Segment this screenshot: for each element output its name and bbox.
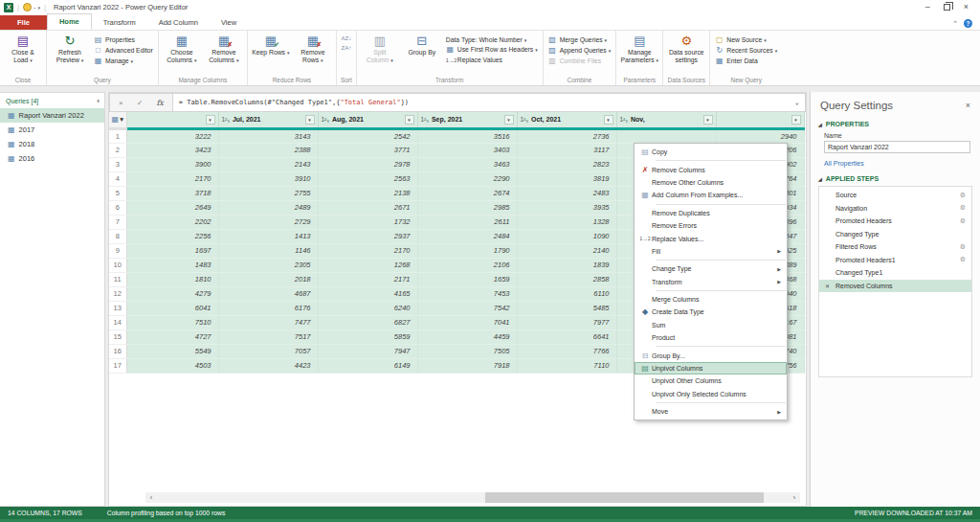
menu-item-copy[interactable]: ▤Copy xyxy=(635,146,787,158)
table-cell[interactable]: 2170 xyxy=(318,243,417,258)
combine-files-button[interactable]: ▥ Combine Files xyxy=(546,56,613,66)
table-cell[interactable]: 2563 xyxy=(318,171,417,186)
close-settings-icon[interactable]: × xyxy=(966,101,970,110)
tab-add-column[interactable]: Add Column xyxy=(147,15,210,30)
table-cell[interactable]: 7041 xyxy=(417,315,517,329)
applied-steps-section-header[interactable]: ◢ APPLIED STEPS xyxy=(811,171,980,184)
column-header[interactable]: 1²₃Jul, 2021▼ xyxy=(218,112,318,128)
table-cell[interactable]: 2143 xyxy=(218,157,318,171)
table-cell[interactable]: 2611 xyxy=(417,215,517,229)
query-list-item[interactable]: ▦2018 xyxy=(0,137,104,151)
table-cell[interactable]: 1697 xyxy=(126,243,218,258)
table-cell[interactable]: 3423 xyxy=(126,143,218,157)
table-cell[interactable]: 7057 xyxy=(218,344,318,358)
table-cell[interactable]: 2937 xyxy=(318,229,417,243)
table-cell[interactable]: 7918 xyxy=(417,358,517,373)
menu-item-transform[interactable]: Transform▶ xyxy=(635,276,787,288)
table-cell[interactable]: 7505 xyxy=(417,344,517,358)
table-cell[interactable]: 4459 xyxy=(417,329,517,344)
applied-step[interactable]: Changed Type1 xyxy=(819,266,971,280)
menu-item-add-column-from-examples[interactable]: ▦Add Column From Examples... xyxy=(635,189,787,201)
table-cell[interactable]: 1413 xyxy=(218,229,318,243)
table-cell[interactable]: 3819 xyxy=(517,171,616,186)
table-cell[interactable]: 2483 xyxy=(517,186,616,200)
table-cell[interactable]: 3143 xyxy=(218,128,318,143)
column-header[interactable]: 1²₃Sep, 2021▼ xyxy=(417,112,517,128)
table-cell[interactable]: 7477 xyxy=(218,315,318,329)
scrollbar-track[interactable] xyxy=(157,492,789,503)
horizontal-scrollbar[interactable]: ‹ › xyxy=(145,492,800,503)
table-cell[interactable]: 1790 xyxy=(417,243,517,258)
row-number[interactable]: 10 xyxy=(109,258,126,272)
menu-item-fill[interactable]: Fill▶ xyxy=(635,245,787,258)
applied-step[interactable]: ✕Removed Columns xyxy=(819,280,971,293)
table-cell[interactable]: 2736 xyxy=(517,128,616,143)
table-cell[interactable]: 5549 xyxy=(126,344,218,358)
menu-item-remove-duplicates[interactable]: Remove Duplicates xyxy=(635,207,787,219)
step-settings-gear-icon[interactable]: ⚙ xyxy=(960,256,966,263)
filter-dropdown-icon[interactable]: ▼ xyxy=(206,115,215,125)
query-list-item[interactable]: ▦Raport Vanzari 2022 xyxy=(0,108,104,123)
formula-expand-icon[interactable]: ⌄ xyxy=(790,99,799,106)
select-all-corner[interactable]: ▦▾ xyxy=(109,112,126,128)
corner-dropdown-icon[interactable]: ▾ xyxy=(120,115,123,124)
enter-data-button[interactable]: ▦ Enter Data xyxy=(713,56,779,66)
table-cell[interactable]: 4165 xyxy=(318,286,417,301)
table-cell[interactable]: 1328 xyxy=(517,215,616,229)
table-cell[interactable]: 2140 xyxy=(517,243,616,258)
row-number[interactable]: 11 xyxy=(109,272,126,286)
use-first-row-as-headers-button[interactable]: ▦ Use First Row as Headers xyxy=(444,44,540,55)
table-cell[interactable]: 2290 xyxy=(417,171,517,186)
table-cell[interactable]: 6110 xyxy=(517,286,616,301)
row-number[interactable]: 1 xyxy=(109,128,126,143)
split-column-button[interactable]: ▥ Split Column xyxy=(360,34,400,65)
close-button[interactable]: × xyxy=(964,3,969,11)
row-number[interactable]: 12 xyxy=(109,286,126,301)
table-cell[interactable]: 2170 xyxy=(126,171,218,186)
applied-step[interactable]: Promoted Headers1⚙ xyxy=(819,254,971,267)
table-cell[interactable]: 3403 xyxy=(417,143,517,157)
row-number[interactable]: 7 xyxy=(109,215,126,229)
table-cell[interactable]: 7110 xyxy=(517,358,616,373)
query-list-item[interactable]: ▦2016 xyxy=(0,151,104,166)
smiley-icon[interactable] xyxy=(23,3,32,11)
table-cell[interactable]: 7510 xyxy=(126,315,218,329)
filter-dropdown-icon[interactable]: ▼ xyxy=(703,115,713,125)
table-cell[interactable]: 3222 xyxy=(126,128,218,143)
applied-step[interactable]: Promoted Headers⚙ xyxy=(819,215,971,228)
column-header[interactable]: 1²₃Nov,▼ xyxy=(616,112,716,128)
table-cell[interactable]: 7947 xyxy=(318,344,417,358)
menu-item-remove-columns[interactable]: ✗Remove Columns xyxy=(635,163,787,175)
table-cell[interactable]: 5485 xyxy=(517,301,616,315)
table-cell[interactable]: 1810 xyxy=(126,272,218,286)
column-header[interactable]: 1²₃Aug, 2021▼ xyxy=(318,112,417,128)
table-cell[interactable]: 4727 xyxy=(126,329,218,344)
close-and-load-button[interactable]: ▤ Close & Load xyxy=(3,34,43,65)
table-cell[interactable]: 2729 xyxy=(218,215,318,229)
table-cell[interactable]: 2106 xyxy=(417,258,517,272)
menu-item-replace-values[interactable]: 1→2Replace Values... xyxy=(635,232,787,244)
table-cell[interactable]: 5859 xyxy=(318,329,417,344)
minimize-button[interactable]: – xyxy=(925,3,930,11)
table-cell[interactable]: 6176 xyxy=(218,301,318,315)
table-cell[interactable]: 2484 xyxy=(417,229,517,243)
row-number[interactable]: 14 xyxy=(109,315,126,329)
table-cell[interactable]: 1090 xyxy=(517,229,616,243)
filter-dropdown-icon[interactable]: ▼ xyxy=(504,115,514,125)
remove-rows-button[interactable]: ▦✗ Remove Rows xyxy=(293,34,333,65)
table-cell[interactable]: 3935 xyxy=(517,200,616,215)
scroll-left-icon[interactable]: ‹ xyxy=(145,494,157,501)
new-source-button[interactable]: ▢ New Source xyxy=(713,34,779,45)
scrollbar-thumb[interactable] xyxy=(485,492,763,503)
query-name-input[interactable]: Raport Vanzari 2022 xyxy=(824,141,970,153)
table-cell[interactable]: 2674 xyxy=(417,186,517,200)
append-queries-button[interactable]: ▨ Append Queries xyxy=(546,45,613,56)
filter-dropdown-icon[interactable]: ▼ xyxy=(791,115,801,125)
keep-rows-button[interactable]: ▦✓ Keep Rows xyxy=(251,34,291,58)
row-number[interactable]: 3 xyxy=(109,157,126,171)
applied-step[interactable]: Source⚙ xyxy=(819,189,971,202)
formula-accept-icon[interactable]: ✓ xyxy=(130,97,150,109)
table-cell[interactable]: 3910 xyxy=(218,171,318,186)
table-cell[interactable]: 2985 xyxy=(417,200,517,215)
row-number[interactable]: 4 xyxy=(109,171,126,186)
